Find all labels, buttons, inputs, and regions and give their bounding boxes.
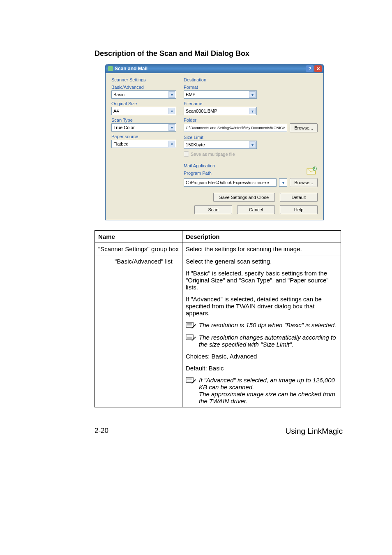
default-button[interactable]: Default	[280, 193, 318, 202]
size-limit-label: Size Limit	[184, 135, 318, 140]
table-row-desc: Select the settings for scanning the ima…	[182, 243, 341, 255]
scan-and-mail-dialog: Scan and Mail ? ✕ Scanner Settings Basic…	[105, 64, 324, 220]
scan-type-label: Scan Type	[111, 118, 176, 123]
paper-source-value: Flatbed	[113, 141, 129, 146]
scan-type-select[interactable]: True Color ▾	[111, 123, 176, 132]
save-multipage-label: Save as multipage file	[191, 152, 235, 157]
section-title: Using LinkMagic	[286, 427, 343, 436]
table-header-name: Name	[95, 231, 182, 243]
help-button[interactable]: Help	[280, 205, 318, 214]
svg-line-11	[192, 337, 196, 340]
chevron-down-icon: ▾	[249, 108, 256, 114]
save-settings-close-button[interactable]: Save Settings and Close	[213, 193, 275, 202]
folder-path-field[interactable]: C:\Documents and Settings\winterlit\My D…	[184, 124, 287, 132]
folder-label: Folder	[184, 118, 318, 123]
titlebar-help-button[interactable]: ?	[306, 65, 314, 72]
desc-text: If "Basic" is selected, specify basic se…	[186, 270, 337, 291]
svg-point-1	[313, 166, 317, 171]
chevron-down-icon: ▾	[249, 91, 256, 98]
basic-advanced-select[interactable]: Basic ▾	[111, 90, 176, 99]
app-icon	[108, 66, 113, 71]
format-value: BMP	[186, 92, 196, 97]
filename-value: Scan0001.BMP	[186, 109, 217, 113]
scanner-settings-group: Scanner Settings	[111, 77, 176, 82]
program-path-label: Program Path	[184, 171, 215, 176]
scan-button[interactable]: Scan	[194, 205, 232, 214]
note-text: If "Advanced" is selected, an image up t…	[199, 377, 337, 405]
titlebar: Scan and Mail ? ✕	[106, 64, 323, 73]
browse-folder-button[interactable]: Browse...	[290, 123, 318, 132]
section-heading: Description of the Scan and Mail Dialog …	[95, 49, 343, 58]
table-row-name: "Basic/Advanced" list	[111, 255, 182, 407]
desc-text: If "Advanced" is selected, detailed sett…	[186, 296, 337, 317]
note-text: The resolution is 150 dpi when "Basic" i…	[199, 321, 336, 328]
note-icon	[186, 377, 196, 384]
table-row-desc: Select the general scan setting. If "Bas…	[182, 255, 341, 407]
paper-source-label: Paper source	[111, 134, 176, 139]
basic-advanced-label: Basic/Advanced	[111, 85, 176, 90]
table-row-name: "Scanner Settings" group box	[95, 243, 182, 255]
chevron-down-icon: ▾	[168, 91, 175, 98]
chevron-down-icon: ▾	[280, 180, 286, 185]
page-number: 2-20	[95, 427, 108, 436]
save-multipage-checkbox	[184, 151, 189, 157]
cancel-button[interactable]: Cancel	[237, 205, 275, 214]
scan-type-value: True Color	[113, 125, 135, 130]
titlebar-close-button[interactable]: ✕	[314, 65, 322, 72]
program-path-field[interactable]: C:\Program Files\Outlook Express\msimn.e…	[184, 178, 277, 187]
format-select[interactable]: BMP ▾	[184, 90, 257, 99]
original-size-select[interactable]: A4 ▾	[111, 107, 176, 115]
dialog-title: Scan and Mail	[115, 66, 148, 72]
description-table: Name Description "Scanner Settings" grou…	[95, 230, 341, 407]
desc-text: Choices: Basic, Advanced	[186, 353, 337, 360]
chevron-down-icon: ▾	[168, 124, 175, 131]
note-icon	[186, 321, 196, 329]
original-size-label: Original Size	[111, 101, 176, 106]
note-text: The resolution changes automatically acc…	[199, 334, 337, 348]
mail-app-group: Mail Application	[184, 163, 215, 168]
original-size-value: A4	[113, 109, 119, 113]
chevron-down-icon: ▾	[249, 141, 256, 148]
destination-group: Destination	[184, 77, 318, 82]
filename-select[interactable]: Scan0001.BMP ▾	[184, 107, 257, 115]
chevron-down-icon: ▾	[168, 108, 175, 114]
table-indent-cell	[95, 255, 112, 407]
svg-line-16	[192, 379, 196, 383]
format-label: Format	[184, 85, 318, 90]
browse-program-button[interactable]: Browse...	[290, 178, 318, 187]
mail-icon	[306, 166, 318, 176]
chevron-down-icon: ▾	[168, 141, 175, 147]
basic-advanced-value: Basic	[113, 92, 125, 97]
svg-line-6	[192, 324, 196, 328]
size-limit-select[interactable]: 150Kbyte ▾	[184, 141, 257, 149]
note-icon	[186, 334, 196, 341]
filename-label: Filename	[184, 101, 318, 106]
table-header-desc: Description	[182, 231, 341, 243]
page-footer: 2-20 Using LinkMagic	[95, 424, 343, 436]
paper-source-select[interactable]: Flatbed ▾	[111, 140, 176, 148]
size-limit-value: 150Kbyte	[186, 142, 205, 147]
desc-text: Default: Basic	[186, 365, 337, 372]
desc-text: Select the general scan setting.	[186, 258, 337, 265]
program-path-dropdown[interactable]: ▾	[279, 178, 287, 187]
